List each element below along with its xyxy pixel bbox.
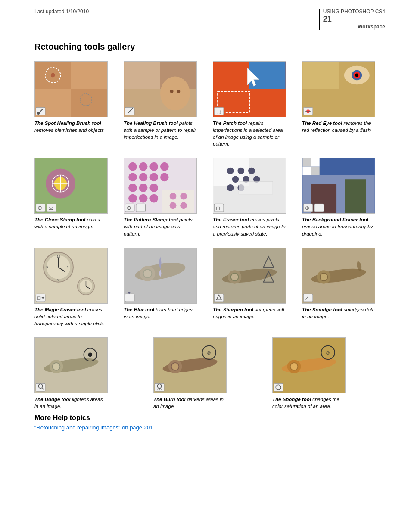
- svg-text:⊕: ⊕: [305, 205, 309, 211]
- tool-smudge-image: ↗: [302, 248, 375, 304]
- page: Last updated 1/10/2010 USING PHOTOSHOP C…: [0, 0, 411, 448]
- tool-magic-eraser-name: The Magic Eraser tool: [34, 307, 86, 312]
- last-updated: Last updated 1/10/2010: [34, 9, 89, 15]
- svg-point-113: [231, 273, 239, 281]
- svg-point-70: [248, 168, 255, 174]
- tool-blur-name: The Blur tool: [124, 307, 154, 312]
- tool-smudge: ↗ The Smudge tool smudges data in an ima…: [302, 248, 385, 327]
- tool-sponge-caption: The Sponge tool changes the color satura…: [272, 396, 346, 410]
- tool-sharpen: The Sharpen tool sharpens soft edges in …: [213, 248, 296, 327]
- svg-text:9: 9: [46, 265, 48, 269]
- svg-point-57: [160, 173, 169, 182]
- svg-point-46: [128, 184, 137, 192]
- tool-sponge: ☺ The Sponge tool changes the color satu…: [272, 337, 385, 410]
- tool-bg-eraser-image: ⊕: [302, 158, 375, 214]
- svg-point-129: [88, 352, 92, 357]
- page-number: 21: [323, 15, 332, 24]
- svg-rect-109: [125, 294, 134, 302]
- tool-smudge-name: The Smudge tool: [302, 307, 342, 312]
- svg-point-108: [143, 269, 152, 278]
- svg-text:🖂: 🖂: [48, 205, 53, 211]
- svg-point-12: [160, 76, 190, 110]
- tool-pattern-stamp-name: The Pattern Stamp tool: [124, 217, 178, 222]
- tool-red-eye-caption: The Red Eye tool removes the red reflect…: [302, 120, 375, 134]
- svg-point-74: [227, 184, 234, 191]
- tool-spot-healing-image: [34, 61, 108, 117]
- svg-point-60: [180, 193, 187, 200]
- tool-pattern-stamp-caption: The Pattern Stamp tool paints with part …: [124, 216, 197, 237]
- svg-point-69: [237, 168, 244, 174]
- svg-point-53: [149, 173, 158, 182]
- svg-text:⬚: ⬚: [216, 109, 221, 115]
- tool-dodge-caption: The Dodge tool lightens areas in an imag…: [34, 396, 108, 410]
- section-name: Workspace: [323, 24, 385, 30]
- svg-point-136: [171, 363, 179, 370]
- tool-red-eye-name: The Red Eye tool: [302, 121, 342, 126]
- svg-rect-85: [302, 167, 311, 175]
- tools-grid-row1: The Spot Healing Brush tool removes blem…: [34, 61, 385, 147]
- more-help-section: More Help topics “Retouching and repairi…: [34, 414, 385, 431]
- header-right: USING PHOTOSHOP CS4 21 Workspace: [319, 9, 385, 30]
- tool-patch-image: ⬚: [213, 61, 286, 117]
- tool-magic-eraser: 12 3 6 9 ◻✦ The Magic Eraser tool erases…: [34, 248, 118, 327]
- tool-burn-caption: The Burn tool darkens areas in an image.: [153, 396, 227, 410]
- tool-patch: ⬚ The Patch tool repairs imperfections i…: [213, 61, 296, 147]
- tool-burn-image: ☺: [153, 337, 227, 393]
- product-name: USING PHOTOSHOP CS4: [323, 9, 385, 15]
- svg-point-55: [149, 194, 158, 203]
- more-help-title: More Help topics: [34, 414, 385, 422]
- tool-spot-healing-caption: The Spot Healing Brush tool removes blem…: [34, 120, 108, 134]
- tool-bg-eraser: ⊕ The Background Eraser tool erases area…: [302, 158, 385, 237]
- svg-rect-10: [124, 62, 160, 89]
- svg-point-54: [149, 184, 158, 192]
- tool-sponge-image: ☺: [272, 337, 346, 393]
- tool-spot-healing-name: The Spot Healing Brush tool: [34, 121, 101, 126]
- tools-grid-row2: ⊕ 🖂 The Clone Stamp tool paints with a s…: [34, 158, 385, 237]
- tool-red-eye: The Red Eye tool removes the red reflect…: [302, 61, 385, 147]
- svg-point-49: [139, 173, 148, 182]
- svg-rect-89: [314, 204, 324, 212]
- svg-point-8: [37, 112, 40, 115]
- tool-sponge-name: The Sponge tool: [272, 397, 311, 402]
- svg-point-51: [139, 194, 148, 203]
- tool-sharpen-name: The Sharpen tool: [213, 307, 253, 312]
- tool-blur: The Blur tool blurs hard edges in an ima…: [124, 248, 207, 327]
- tool-pattern-stamp-image: ⊕: [124, 158, 197, 214]
- tool-spot-healing: The Spot Healing Brush tool removes blem…: [34, 61, 118, 147]
- svg-text:↗: ↗: [305, 295, 309, 301]
- tool-magic-eraser-caption: The Magic Eraser tool erases solid-color…: [34, 306, 108, 327]
- svg-point-127: [53, 363, 60, 370]
- svg-text:◻✦: ◻✦: [37, 295, 45, 300]
- tool-spot-healing-desc: removes blemishes and objects: [34, 128, 104, 133]
- svg-point-28: [355, 74, 358, 77]
- tool-bg-eraser-desc: erases areas to transparency by dragging…: [302, 224, 373, 236]
- svg-point-59: [170, 193, 177, 200]
- svg-point-62: [180, 202, 187, 209]
- svg-text:☺: ☺: [206, 349, 212, 356]
- svg-rect-83: [302, 158, 311, 167]
- tool-healing-brush-name: The Healing Brush tool: [124, 121, 178, 126]
- svg-point-47: [128, 194, 137, 203]
- more-help-link[interactable]: “Retouching and repairing images” on pag…: [34, 424, 153, 431]
- svg-point-71: [232, 176, 239, 183]
- tool-healing-brush: The Healing Brush tool paints with a sam…: [124, 61, 207, 147]
- svg-text:12: 12: [57, 254, 61, 258]
- svg-point-52: [149, 162, 158, 171]
- tool-eraser-caption: The Eraser tool erases pixels and restor…: [213, 216, 286, 237]
- tool-patch-caption: The Patch tool repairs imperfections in …: [213, 120, 286, 147]
- svg-text:⊕: ⊕: [127, 205, 131, 211]
- svg-point-45: [128, 173, 137, 182]
- svg-text:⊕: ⊕: [37, 205, 42, 211]
- tool-healing-brush-image: [124, 61, 197, 117]
- tool-healing-brush-caption: The Healing Brush tool paints with a sam…: [124, 120, 197, 140]
- tool-patch-name: The Patch tool: [213, 121, 247, 126]
- tool-dodge: The Dodge tool lightens areas in an imag…: [34, 337, 147, 410]
- svg-point-14: [177, 90, 180, 93]
- tool-magic-eraser-image: 12 3 6 9 ◻✦: [34, 248, 108, 304]
- svg-text:6: 6: [57, 278, 59, 282]
- tool-sharpen-caption: The Sharpen tool sharpens soft edges in …: [213, 306, 286, 320]
- svg-point-147: [290, 363, 298, 370]
- tool-burn: ☺ The Burn tool darkens areas in an imag…: [153, 337, 266, 410]
- tool-red-eye-image: [302, 61, 375, 117]
- tool-eraser-image: ◻: [213, 158, 286, 214]
